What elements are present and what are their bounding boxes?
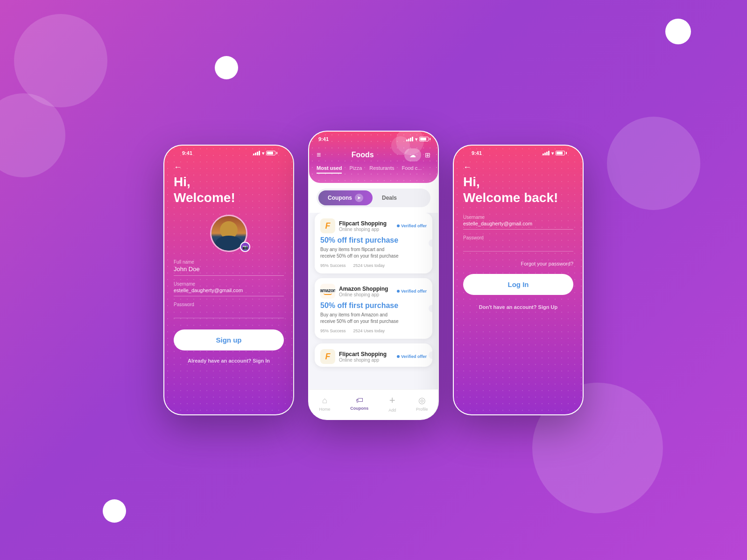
signal-bar-4 bbox=[259, 151, 260, 155]
center-signal bbox=[406, 137, 413, 141]
coupon-3-info: Flipcart Shopping Online shoping app bbox=[339, 351, 393, 363]
s2 bbox=[408, 139, 409, 141]
center-battery bbox=[419, 137, 429, 141]
menu-icon[interactable]: ≡ bbox=[317, 151, 321, 159]
signal-bar-2 bbox=[255, 153, 256, 155]
full-name-label: Full name bbox=[174, 259, 284, 265]
s4 bbox=[412, 137, 413, 141]
coupon-2-info: Amazon Shopping Online shoping app bbox=[339, 286, 393, 297]
signal-bars bbox=[253, 151, 260, 155]
back-button[interactable]: ← bbox=[174, 159, 284, 174]
add-nav-label: Add bbox=[388, 408, 396, 413]
password-input[interactable] bbox=[174, 308, 284, 318]
login-password-input[interactable] bbox=[463, 241, 573, 252]
center-status-icons: ▾ bbox=[406, 137, 429, 142]
profile-nav-icon: ◎ bbox=[418, 395, 426, 406]
center-status-bar: 9:41 ▾ bbox=[317, 132, 430, 145]
coupon-1-success: 95% Success bbox=[320, 263, 346, 268]
flipkart-f-icon: F bbox=[325, 221, 331, 231]
right-back-button[interactable]: ← bbox=[463, 159, 573, 174]
coupon-card-2[interactable]: amazon Amazon Shopping Online shoping ap… bbox=[315, 278, 432, 339]
deco-circle-7 bbox=[607, 117, 700, 210]
login-phone: 9:41 ▾ ← Hi, bbox=[453, 145, 584, 415]
login-password-field: Password bbox=[463, 235, 573, 252]
deco-circle-1 bbox=[14, 14, 107, 107]
nav-coupons[interactable]: 🏷 Coupons bbox=[350, 396, 368, 411]
login-username-value[interactable]: estelle_daugherty@gmail.com bbox=[463, 221, 573, 230]
signin-prompt: Already have an account? Sign In bbox=[174, 358, 284, 368]
rs3 bbox=[546, 152, 548, 155]
right-wifi: ▾ bbox=[551, 151, 554, 156]
coupon-3-verified: Verified offer bbox=[397, 354, 427, 359]
welcome-back-title: Hi, Welcome back! bbox=[463, 174, 573, 205]
coupon-1-header: F Flipcart Shopping Online shoping app V… bbox=[320, 218, 427, 233]
password-label: Password bbox=[174, 302, 284, 307]
header-icons: ☁ ⊞ bbox=[404, 148, 430, 161]
coupons-toggle-active[interactable]: Coupons ➤ bbox=[318, 190, 373, 205]
filter-icon[interactable]: ⊞ bbox=[425, 151, 430, 159]
rs2 bbox=[544, 153, 546, 155]
coupons-list: F Flipcart Shopping Online shoping app V… bbox=[309, 213, 438, 389]
right-battery-fill bbox=[557, 152, 563, 154]
wifi-icon: ▾ bbox=[262, 151, 264, 156]
forgot-password-link[interactable]: Forgot your password? bbox=[463, 261, 573, 266]
foods-phone: 9:41 ▾ bbox=[308, 131, 439, 420]
nav-add[interactable]: + Add bbox=[388, 394, 396, 413]
phone-content: 9:41 ▾ ← Hi, bbox=[164, 146, 293, 414]
login-button[interactable]: Log In bbox=[463, 274, 573, 295]
coupon-1-type: Online shoping app bbox=[339, 227, 393, 232]
status-bar: 9:41 ▾ bbox=[174, 146, 284, 159]
coupon-2-desc: Buy any items from Amazon andreceive 50%… bbox=[320, 312, 427, 325]
category-tabs: Most used Pizza Resturants Food c... bbox=[317, 165, 430, 175]
password-field: Password bbox=[174, 302, 284, 318]
signal-bar-1 bbox=[253, 154, 254, 155]
tab-restaurants[interactable]: Resturants bbox=[369, 165, 394, 174]
amazon-text-logo: amazon bbox=[320, 288, 335, 295]
coupon-2-header: amazon Amazon Shopping Online shoping ap… bbox=[320, 284, 427, 299]
coupon-1-discount: 50% off first purchase bbox=[320, 236, 427, 245]
coupon-card-1[interactable]: F Flipcart Shopping Online shoping app V… bbox=[315, 213, 432, 273]
rs4 bbox=[548, 151, 550, 155]
foods-title: Foods bbox=[352, 151, 374, 159]
home-nav-icon: ⌂ bbox=[322, 396, 327, 406]
coupon-1-uses: 2524 Uses today bbox=[353, 263, 385, 268]
verified-dot-3 bbox=[397, 355, 400, 358]
coupon-card-3[interactable]: F Flipcart Shopping Online shoping app V… bbox=[315, 343, 432, 367]
s1 bbox=[406, 140, 408, 141]
camera-badge[interactable]: 📷 bbox=[240, 242, 250, 252]
coupon-3-type: Online shoping app bbox=[339, 357, 393, 363]
coupons-nav-label: Coupons bbox=[350, 406, 368, 411]
tab-most-used[interactable]: Most used bbox=[317, 165, 342, 174]
deals-toggle[interactable]: Deals bbox=[373, 191, 406, 204]
coupon-deal-toggle: Coupons ➤ Deals bbox=[317, 189, 430, 207]
username-field: Username estelle_daugherty@gmail.com bbox=[174, 281, 284, 296]
nav-profile[interactable]: ◎ Profile bbox=[416, 395, 428, 412]
tab-food-other[interactable]: Food c... bbox=[402, 165, 422, 174]
right-signal bbox=[543, 151, 550, 155]
send-icon: ➤ bbox=[355, 194, 363, 202]
amazon-logo: amazon bbox=[320, 284, 335, 299]
nav-home[interactable]: ⌂ Home bbox=[319, 396, 330, 412]
right-status-icons: ▾ bbox=[543, 151, 565, 156]
camera-icon: 📷 bbox=[242, 245, 248, 250]
center-battery-fill bbox=[420, 138, 426, 140]
coupon-2-discount: 50% off first purchase bbox=[320, 301, 427, 310]
flipkart-f-icon-2: F bbox=[325, 352, 331, 362]
full-name-value[interactable]: John Doe bbox=[174, 266, 284, 276]
avatar-container: 📷 bbox=[174, 215, 284, 252]
coupon-2-type: Online shoping app bbox=[339, 292, 393, 297]
center-wifi: ▾ bbox=[415, 137, 417, 142]
cloud-icon[interactable]: ☁ bbox=[404, 148, 421, 161]
home-nav-label: Home bbox=[319, 407, 330, 412]
right-phone-content: 9:41 ▾ ← Hi, bbox=[454, 146, 583, 414]
coupon-3-store: Flipcart Shopping bbox=[339, 351, 393, 357]
flipkart-logo: F bbox=[320, 218, 335, 233]
coupon-1-desc: Buy any items from flipcart andreceive 5… bbox=[320, 246, 427, 259]
deco-circle-5 bbox=[665, 19, 691, 44]
tab-pizza[interactable]: Pizza bbox=[349, 165, 362, 174]
flipkart-logo-2: F bbox=[320, 349, 335, 364]
username-value[interactable]: estelle_daugherty@gmail.com bbox=[174, 287, 284, 296]
s3 bbox=[410, 138, 411, 141]
coupon-3-header: F Flipcart Shopping Online shoping app V… bbox=[320, 349, 427, 364]
signup-button[interactable]: Sign up bbox=[174, 329, 284, 350]
